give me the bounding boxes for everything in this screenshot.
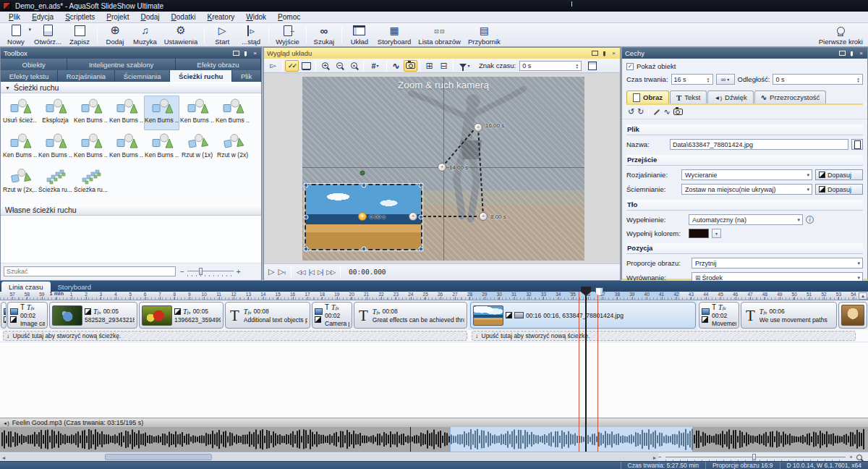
horizontal-scrollbar[interactable]: ◂ ▸ (0, 453, 658, 461)
motion-path-item[interactable]: Ken Burns ... (179, 96, 215, 130)
menu-item[interactable]: Pomoc (272, 12, 306, 22)
toolbar-button[interactable] (97, 26, 98, 43)
fast-forward-button[interactable]: ▷▷ (326, 269, 335, 276)
fadeout-select[interactable]: Zostaw na miejscu(nie ukrywaj) (681, 184, 812, 195)
menu-item[interactable]: Plik (3, 12, 26, 22)
toolbar-button[interactable]: Przybornik (464, 24, 504, 46)
restore-icon[interactable] (233, 50, 239, 56)
toolbar-button[interactable]: Wyjście (272, 24, 303, 46)
timeline-clip[interactable]: 00:05 00:05 1396623_3594993 (139, 302, 224, 329)
slider-thumb[interactable] (199, 268, 203, 275)
filter-button[interactable] (456, 60, 474, 72)
fill-select[interactable]: Automatyczny (na) (689, 214, 803, 225)
motion-path-item[interactable]: Ken Burns ... (144, 96, 179, 130)
first-steps-button[interactable]: Pierwsze kroki (815, 24, 867, 46)
keyframe-16s[interactable] (474, 123, 482, 132)
pin-icon[interactable] (242, 50, 249, 56)
new-track-drop-area[interactable]: ↓ Upuść tutaj aby stworzyć nową ścieżkę. (3, 331, 467, 341)
menu-item[interactable]: Edycja (26, 12, 59, 22)
icon-size-slider[interactable]: − + (180, 268, 241, 276)
scroll-up-button[interactable]: ▲ (859, 292, 867, 300)
toolbar-button[interactable]: Dodaj (101, 24, 129, 46)
close-icon[interactable]: × (858, 50, 864, 56)
zoom-in-plus-icon[interactable]: + (237, 268, 241, 276)
preview-canvas[interactable]: Zoom & ruch kamerą 0.00 s (264, 73, 620, 263)
toolbar-button[interactable]: Szukaj (310, 24, 339, 46)
select-tool-button[interactable] (266, 60, 280, 72)
motion-path-item[interactable]: Eksplozja (38, 96, 73, 130)
color-dropdown-button[interactable]: ▾ (712, 229, 721, 238)
path-start-dot[interactable] (360, 171, 365, 176)
motion-path-item[interactable]: Rzut w (1x) (179, 130, 215, 165)
time-mark-input[interactable]: 0 s▴▾ (519, 61, 582, 71)
close-icon[interactable]: × (610, 50, 617, 56)
resize-handle[interactable] (304, 247, 309, 252)
motion-path-item[interactable]: Ken Burns ... (2, 130, 38, 165)
resize-handle[interactable] (361, 247, 366, 252)
motion-path-item[interactable]: Ken Burns ... (38, 130, 73, 165)
motion-path-item[interactable]: Usuń ścież... (2, 96, 38, 130)
toolbar-button[interactable]: Start (208, 24, 237, 46)
tab-transparency[interactable]: Przezroczystość (754, 90, 827, 103)
motion-path-item[interactable]: Ken Burns ... (109, 96, 144, 130)
resize-handle[interactable] (419, 183, 424, 188)
new-track-drop-area[interactable]: ↓ Upuść tutaj aby stworzyć nową ścieżkę. (472, 331, 856, 341)
rotate-ccw-button[interactable]: ↺ (628, 107, 634, 117)
menu-item[interactable]: Dodatki (166, 12, 202, 22)
scroll-left-icon[interactable]: ◂ (2, 455, 5, 461)
motion-path-item[interactable]: Ken Burns ... (144, 130, 179, 165)
toolbar-button[interactable]: Ustawienia (161, 24, 201, 46)
save-view-button[interactable] (585, 60, 599, 72)
motion-path-item[interactable]: Ken Burns ... (73, 96, 109, 130)
menu-item[interactable]: Dodaj (135, 12, 165, 22)
menu-item[interactable]: Projekt (101, 12, 135, 22)
zoom-fit-button[interactable]: • (347, 60, 361, 72)
magnifier-icon[interactable] (856, 455, 862, 460)
toolbar-button[interactable] (341, 26, 342, 43)
link-duration-button[interactable]: ∞▾ (716, 74, 735, 85)
timeline-clip[interactable] (1, 302, 7, 329)
duration-input[interactable]: 16 s▴▾ (671, 74, 713, 85)
remove-keyframe-button[interactable] (437, 60, 451, 72)
timeline-clip[interactable] (838, 302, 867, 329)
distance-input[interactable]: 0 s▴▾ (773, 74, 863, 85)
add-keyframe-button[interactable] (422, 60, 436, 72)
timeline-ruler[interactable]: 5758591 min12345678910111213141516171819… (0, 292, 868, 300)
toolbox-tab[interactable]: Rozjaśniania (58, 70, 115, 82)
toolbar-button[interactable]: Lista obrazów (414, 24, 464, 46)
toolbox-tab[interactable]: Efekty obrazu (176, 59, 261, 70)
audio-waveform[interactable] (0, 427, 868, 452)
menu-item[interactable]: Widok (240, 12, 272, 22)
toolbar-button[interactable]: Nowy (1, 24, 30, 46)
timeline-clip[interactable]: 00:08 00:08 Great effects can be achieve… (354, 302, 467, 329)
resize-handle[interactable] (304, 183, 309, 188)
timeline-clip[interactable]: 00:16 00:16 00:16, 633847_78801424.jpg (470, 302, 696, 329)
zoom-out-minus-icon[interactable]: − (180, 268, 184, 276)
resize-handle[interactable] (361, 183, 366, 188)
motion-path-button[interactable]: ∿ (663, 107, 670, 117)
motion-path-item[interactable]: Ken Burns ... (73, 130, 109, 165)
slider-thumb[interactable] (752, 454, 756, 460)
camera-pan-tool-button[interactable] (404, 60, 417, 72)
browse-file-button[interactable] (851, 139, 863, 150)
restore-icon[interactable] (839, 50, 846, 56)
spinner-arrows[interactable]: ▴▾ (574, 62, 580, 70)
scroll-right-icon[interactable]: ▸ (653, 455, 656, 461)
preview-photo[interactable]: Zoom & ruch kamerą 0.00 s (302, 77, 584, 261)
prev-frame-button[interactable]: |◁ (309, 269, 314, 276)
filename-input[interactable]: Data\633847_78801424.jpg (670, 139, 848, 150)
rotate-cw-button[interactable]: ↻ (637, 107, 644, 117)
tab-sound[interactable]: Dźwięk (707, 90, 753, 103)
edit-button[interactable] (653, 111, 660, 113)
next-frame-button[interactable]: ▷| (318, 269, 323, 276)
toolbar-button[interactable]: Układ (345, 24, 374, 46)
timeline-tab[interactable]: Linia czasu (1, 282, 51, 292)
search-input[interactable] (4, 266, 176, 276)
toolbar-button[interactable]: Storyboard (374, 24, 414, 46)
toolbar-button[interactable] (306, 26, 307, 43)
zoom-out-minus-icon[interactable]: − (658, 454, 662, 460)
motion-paths-section-header[interactable]: ▼ Ścieżki ruchu (1, 82, 261, 93)
zoom-in-button[interactable]: + (318, 60, 332, 72)
keyframe-8s[interactable] (479, 212, 488, 221)
toolbar-button[interactable]: ...stąd (237, 24, 265, 46)
